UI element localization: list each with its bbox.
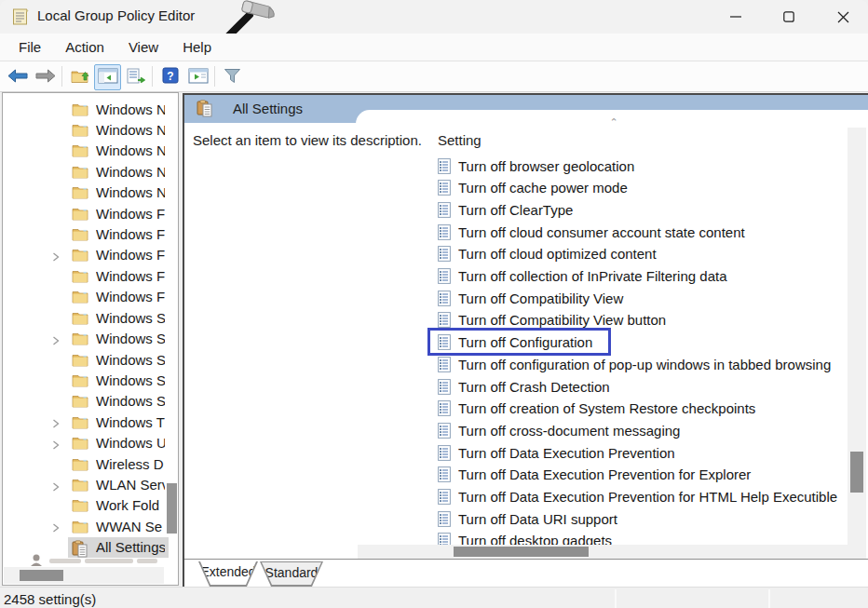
maximize-button[interactable] <box>767 0 810 34</box>
setting-row[interactable]: Turn off cross-document messaging <box>430 420 680 440</box>
chevron-right-icon[interactable] <box>51 438 61 449</box>
tree-vertical-scrollbar-thumb[interactable] <box>167 483 177 534</box>
tree-item-windows-s[interactable]: Windows S <box>3 349 178 370</box>
tree-item-wlan-serv[interactable]: WLAN Serv <box>3 475 178 495</box>
tree-item-label: Windows S <box>96 331 165 346</box>
setting-label: Turn off collection of InPrivate Filteri… <box>458 268 726 284</box>
setting-row[interactable]: Turn off cloud consumer account state co… <box>430 222 745 242</box>
setting-row[interactable]: Turn off browser geolocation <box>430 155 634 176</box>
setting-doc-icon <box>438 290 451 306</box>
show-console-tree-button[interactable] <box>94 64 121 90</box>
scroll-up-chevron-icon[interactable]: ⌃ <box>607 117 620 127</box>
setting-row[interactable]: Turn off cache power mode <box>430 178 628 198</box>
setting-row[interactable]: Turn off Configuration <box>430 332 592 353</box>
status-text: 2458 setting(s) <box>4 591 96 607</box>
setting-doc-icon <box>438 445 451 461</box>
help-button[interactable]: ? <box>156 64 183 90</box>
setting-column-header[interactable]: Setting <box>438 132 481 148</box>
forward-arrow-button[interactable] <box>32 64 59 90</box>
menu-view[interactable]: View <box>117 35 170 59</box>
folder-icon <box>72 227 88 241</box>
menu-action[interactable]: Action <box>54 35 115 59</box>
show-window-button[interactable] <box>184 64 211 90</box>
setting-row[interactable]: Turn off configuration of pop-up windows… <box>430 354 831 374</box>
setting-doc-icon <box>438 489 451 505</box>
setting-row[interactable]: Turn off ClearType <box>430 199 573 220</box>
setting-row[interactable]: Turn off creation of System Restore chec… <box>430 399 755 419</box>
setting-row[interactable]: Turn off cloud optimized content <box>430 244 657 264</box>
tree-item-windows-s[interactable]: Windows S <box>3 370 178 390</box>
folder-icon <box>72 457 88 471</box>
setting-label: Turn off creation of System Restore chec… <box>458 400 755 416</box>
tree-item-windows-f[interactable]: Windows F <box>3 245 178 265</box>
minimize-button[interactable] <box>714 0 757 34</box>
list-horizontal-scrollbar[interactable] <box>358 545 848 559</box>
folder-icon <box>72 311 88 325</box>
folder-icon <box>72 248 88 262</box>
setting-row[interactable]: Turn off Data Execution Prevention for E… <box>430 465 751 485</box>
folder-icon <box>72 394 88 408</box>
export-list-button[interactable] <box>122 64 149 90</box>
folder-icon <box>72 269 88 283</box>
tree-item-windows-s[interactable]: Windows S <box>3 391 178 412</box>
all-settings-icon <box>197 100 215 118</box>
setting-row[interactable]: Turn off Crash Detection <box>430 376 610 397</box>
list-vertical-scrollbar[interactable] <box>848 128 866 559</box>
tree-item-windows-f[interactable]: Windows F <box>3 265 178 286</box>
setting-row[interactable]: Turn off Data Execution Prevention <box>430 442 675 463</box>
forward-arrow-icon <box>35 69 56 87</box>
tree-horizontal-scrollbar-thumb[interactable] <box>20 570 63 581</box>
tree-item-windows-n[interactable]: Windows N <box>3 161 178 182</box>
setting-label: Turn off cache power mode <box>458 180 628 196</box>
console-tree-panel: Windows N Windows N Windows N Windows N … <box>2 92 179 586</box>
partial-tree-row <box>25 554 165 567</box>
tree-item-windows-n[interactable]: Windows N <box>3 119 178 140</box>
folder-icon <box>72 165 88 179</box>
chevron-right-icon[interactable] <box>51 333 61 345</box>
folder-icon <box>72 185 88 199</box>
setting-label: Turn off Compatibility View <box>458 290 623 306</box>
chevron-right-icon[interactable] <box>51 250 61 261</box>
setting-row[interactable]: Turn off Compatibility View <box>430 288 623 308</box>
list-horizontal-scrollbar-thumb[interactable] <box>454 547 589 557</box>
tree-item-wireless-d[interactable]: Wireless D <box>3 453 178 474</box>
tree-item-windows-f[interactable]: Windows F <box>3 203 178 223</box>
tree-item-label: Windows N <box>96 142 165 158</box>
tree-item-windows-f[interactable]: Windows F <box>3 224 178 245</box>
svg-text:?: ? <box>167 70 173 83</box>
tree-item-work-fold[interactable]: Work Fold <box>3 495 178 516</box>
setting-doc-icon <box>438 400 451 416</box>
tree-item-windows-u[interactable]: Windows U <box>3 433 178 453</box>
show-window-icon <box>188 68 209 88</box>
setting-row[interactable]: Turn off collection of InPrivate Filteri… <box>430 266 726 287</box>
status-separator <box>768 589 770 608</box>
tree-item-windows-s[interactable]: Windows S <box>3 329 178 349</box>
setting-row[interactable]: Turn off Data URI support <box>430 508 617 529</box>
menu-help[interactable]: Help <box>171 35 223 59</box>
setting-row[interactable]: Turn off Data Execution Prevention for H… <box>430 487 837 507</box>
tree-horizontal-scrollbar[interactable] <box>4 567 164 584</box>
show-console-tree-icon <box>98 68 118 88</box>
tree-item-windows-t[interactable]: Windows T <box>3 412 178 432</box>
tree-item-windows-n[interactable]: Windows N <box>3 99 178 119</box>
menu-file[interactable]: File <box>7 35 52 59</box>
toolbar-separator <box>214 66 215 87</box>
tab-standard[interactable]: Standard <box>260 561 323 587</box>
tree-item-windows-f[interactable]: Windows F <box>3 287 178 307</box>
tree-item-windows-n[interactable]: Windows N <box>3 182 178 203</box>
back-arrow-button[interactable] <box>4 64 31 90</box>
filter-button[interactable] <box>219 64 246 90</box>
tree-item-windows-s[interactable]: Windows S <box>3 307 178 328</box>
tree-item-wwan-se[interactable]: WWAN Se <box>3 516 178 536</box>
up-one-level-button[interactable] <box>66 64 93 90</box>
setting-doc-icon <box>438 379 451 395</box>
list-vertical-scrollbar-thumb[interactable] <box>850 452 863 493</box>
chevron-right-icon[interactable] <box>51 520 61 532</box>
chevron-right-icon[interactable] <box>51 480 61 491</box>
setting-label: Turn off configuration of pop-up windows… <box>458 357 831 372</box>
close-button[interactable] <box>821 0 864 34</box>
filter-icon <box>224 68 242 88</box>
chevron-right-icon[interactable] <box>51 416 61 427</box>
tree-item-windows-n[interactable]: Windows N <box>3 141 178 161</box>
setting-doc-icon <box>438 312 451 328</box>
